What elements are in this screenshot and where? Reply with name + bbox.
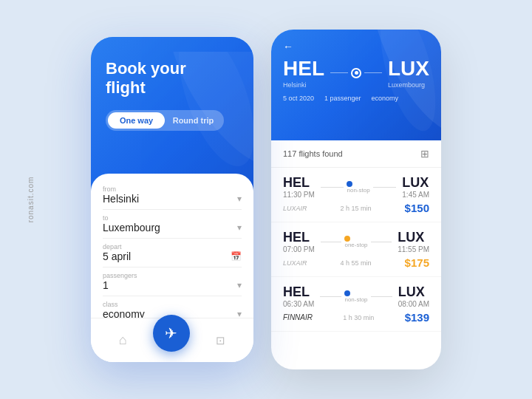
- flights-list: HEL 11:30 PM non-stop LUX 1:45 AM: [271, 168, 441, 369]
- dest-group: LUX Luxembourg: [388, 57, 429, 89]
- dest-code: LUX: [388, 57, 429, 81]
- origin-group: HEL Helsinki: [283, 57, 324, 89]
- flight2-arrive-time: 11:55 PM: [398, 245, 429, 253]
- left-phone: Book your flight One way Round trip from…: [91, 37, 253, 362]
- trip-type-toggle[interactable]: One way Round trip: [106, 110, 224, 131]
- flight3-dest: LUX: [398, 284, 429, 300]
- flight3-arrive-time: 08:00 AM: [398, 300, 429, 308]
- filter-icon[interactable]: ⊞: [420, 148, 429, 160]
- passenger-count: 1 passenger: [324, 95, 361, 102]
- flight-card-3[interactable]: HEL 06:30 AM non-stop LUX 08:00 AM: [271, 277, 441, 332]
- flight2-depart-time: 07:00 PM: [283, 245, 315, 253]
- flight3-depart-time: 06:30 AM: [283, 300, 314, 308]
- flight1-price: $150: [405, 202, 429, 214]
- flight2-airline: LUXAIR: [283, 259, 307, 267]
- flight-class: economy: [372, 95, 399, 102]
- flight2-duration: 4 h 55 min: [341, 259, 372, 267]
- phones-container: Book your flight One way Round trip from…: [91, 30, 441, 369]
- flight-card-2[interactable]: HEL 07:00 PM one-stop LUX 11:55 PM: [271, 222, 441, 277]
- route-info: 5 oct 2020 1 passenger economy: [283, 95, 429, 102]
- flight-card-1[interactable]: HEL 11:30 PM non-stop LUX 1:45 AM: [271, 168, 441, 222]
- flight3-origin: HEL: [283, 284, 314, 300]
- flight2-stop-dot: [344, 236, 350, 242]
- flight3-stop-dot: [344, 290, 350, 296]
- route-display: HEL Helsinki LUX Luxembourg: [283, 57, 429, 89]
- flight1-stop-dot: [347, 181, 352, 187]
- flight1-stop-label: non-stop: [347, 187, 369, 194]
- back-button[interactable]: ←: [283, 41, 293, 52]
- flight1-depart-time: 11:30 PM: [283, 191, 315, 199]
- watermark-text: ronasit.com: [27, 177, 35, 223]
- right-phone-header: ← HEL Helsinki LUX Luxembourg: [271, 30, 441, 140]
- flight1-airline: LUXAIR: [283, 205, 307, 212]
- route-midpoint-dot: [351, 68, 361, 78]
- flight1-arrive-time: 1:45 AM: [402, 191, 429, 199]
- flight3-duration: 1 h 30 min: [343, 314, 374, 321]
- origin-code: HEL: [283, 57, 324, 81]
- flight3-price: $139: [405, 311, 429, 324]
- right-phone: ← HEL Helsinki LUX Luxembourg: [271, 30, 441, 369]
- flight-date: 5 oct 2020: [283, 95, 314, 102]
- flight1-duration: 2 h 15 min: [341, 205, 372, 212]
- results-bar: 117 flights found ⊞: [271, 140, 441, 168]
- origin-city: Helsinki: [283, 81, 324, 89]
- flight2-stop-label: one-stop: [344, 242, 367, 248]
- flight3-stop-label: non-stop: [344, 296, 367, 303]
- dest-city: Luxembourg: [388, 81, 429, 89]
- flight3-airline: FINNAIR: [283, 313, 313, 321]
- flight1-origin: HEL: [283, 175, 315, 191]
- left-phone-content: Book your flight One way Round trip: [91, 37, 253, 362]
- book-title: Book your flight: [106, 59, 239, 98]
- round-trip-btn[interactable]: Round trip: [165, 112, 222, 129]
- flight1-dest: LUX: [402, 175, 429, 191]
- flight2-price: $175: [405, 256, 429, 269]
- flight2-dest: LUX: [398, 230, 429, 245]
- flight2-origin: HEL: [283, 230, 315, 245]
- route-arrow: [330, 68, 382, 78]
- results-count: 117 flights found: [283, 149, 343, 158]
- one-way-btn[interactable]: One way: [108, 112, 165, 129]
